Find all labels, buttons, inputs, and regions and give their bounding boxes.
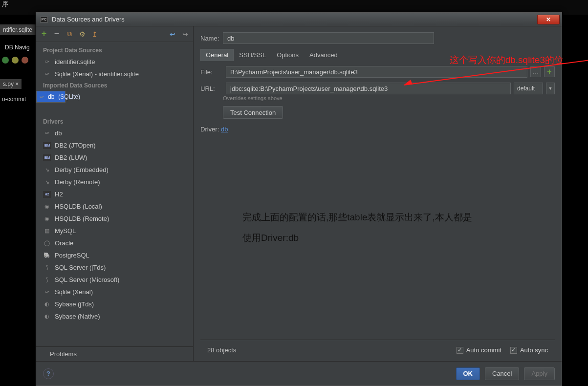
tree-label: db — [48, 93, 54, 100]
name-row: Name: — [200, 32, 555, 44]
settings-icon[interactable]: ⚙ — [78, 30, 86, 38]
bg-auto-commit: o-commit — [0, 94, 28, 105]
url-input[interactable] — [226, 83, 511, 94]
left-toolbar: + − ⧉ ⚙ ↥ ↩ ↪ — [36, 26, 193, 42]
driver-item-3[interactable]: ↘ Derby (Embedded) — [36, 164, 193, 176]
driver-label: Driver: — [200, 126, 219, 133]
button-bar: ? OK Cancel Apply — [36, 361, 562, 386]
file-row: File: … + — [200, 66, 555, 78]
bg-db-navigator: DB Navig — [0, 42, 35, 53]
tree-label: Sybase (jTds) — [55, 300, 94, 308]
auto-commit-checkbox[interactable]: ✓ Auto commit — [457, 346, 501, 354]
close-button[interactable]: ✕ — [537, 15, 560, 24]
section-project: Project Data Sources — [36, 45, 193, 56]
section-drivers: Drivers — [36, 116, 193, 127]
add-icon[interactable]: + — [40, 30, 48, 38]
overrides-note: Overrides settings above — [223, 95, 555, 101]
checkbox-icon: ✓ — [457, 347, 463, 354]
copy-icon[interactable]: ⧉ — [65, 30, 73, 38]
tree-label: Sybase (Native) — [55, 313, 100, 320]
checkbox-icon: ✓ — [510, 347, 517, 354]
url-row: URL: default ▼ — [200, 83, 555, 94]
driver-item-11[interactable]: ⟆ SQL Server (jTds) — [36, 261, 193, 274]
tab-options[interactable]: Options — [271, 49, 304, 61]
data-sources-dialog: PC Data Sources and Drivers ✕ + − ⧉ ⚙ ↥ … — [36, 12, 562, 386]
tab-sshssl[interactable]: SSH/SSL — [234, 49, 271, 61]
tree-label: H2 — [55, 191, 63, 198]
add-file-button[interactable]: + — [544, 66, 555, 77]
driver-item-1[interactable]: IBM DB2 (JTOpen) — [36, 139, 193, 151]
driver-item-4[interactable]: ↘ Derby (Remote) — [36, 176, 193, 188]
url-label: URL: — [200, 85, 223, 92]
import-icon[interactable]: ↥ — [91, 30, 99, 38]
name-input[interactable] — [223, 32, 434, 44]
project-item-0[interactable]: ✑ identifier.sqlite — [36, 56, 193, 68]
auto-sync-checkbox[interactable]: ✓ Auto sync — [510, 346, 548, 354]
driver-item-13[interactable]: ✑ Sqlite (Xerial) — [36, 286, 193, 298]
right-panel: Name: GeneralSSH/SSLOptionsAdvanced File… — [194, 26, 562, 361]
tree-label: HSQLDB (Remote) — [55, 215, 109, 222]
tab-general[interactable]: General — [200, 49, 234, 61]
titlebar[interactable]: PC Data Sources and Drivers ✕ — [36, 13, 562, 26]
collapse-left-icon[interactable]: ↩ — [169, 30, 176, 38]
object-count: 28 objects — [207, 346, 236, 354]
remove-icon[interactable]: − — [53, 30, 61, 38]
dialog-title: Data Sources and Drivers — [52, 16, 537, 23]
name-label: Name: — [200, 35, 223, 42]
driver-item-7[interactable]: ◉ HSQLDB (Remote) — [36, 213, 193, 225]
project-item-1[interactable]: ✑ Sqlite (Xerial) - identifier.sqlite — [36, 68, 193, 80]
tree-label: db — [55, 129, 62, 137]
annotation-text-2: 完成上面的配置的话,那些table表就显示出来了,本人都是使用Driver:db — [242, 207, 472, 248]
left-panel: + − ⧉ ⚙ ↥ ↩ ↪ Project Data Sources ✑ ide… — [36, 26, 194, 361]
ok-button[interactable]: OK — [456, 367, 480, 380]
tab-advanced[interactable]: Advanced — [304, 49, 343, 61]
driver-item-2[interactable]: IBM DB2 (LUW) — [36, 151, 193, 164]
tree-label: Sqlite (Xerial) — [55, 288, 93, 296]
bg-toolbar — [0, 55, 30, 65]
collapse-right-icon[interactable]: ↪ — [181, 30, 189, 38]
apply-button[interactable]: Apply — [524, 367, 555, 380]
tree-label: identifier.sqlite — [55, 58, 95, 65]
tree-label: Derby (Embedded) — [55, 166, 109, 173]
driver-item-0[interactable]: ✑ db — [36, 127, 193, 139]
data-source-tree: Project Data Sources ✑ identifier.sqlite… — [36, 42, 193, 346]
driver-item-12[interactable]: ⟆ SQL Server (Microsoft) — [36, 274, 193, 286]
driver-item-8[interactable]: ▧ MySQL — [36, 225, 193, 237]
tree-suffix: (SQLite) — [58, 93, 80, 100]
file-label: File: — [200, 68, 223, 76]
tree-label: MySQL — [55, 227, 76, 235]
cancel-button[interactable]: Cancel — [485, 367, 519, 380]
dropdown-arrow-icon[interactable]: ▼ — [546, 83, 555, 94]
annotation-text-1: 这个写入你的db.sqlite3的位 — [450, 54, 564, 66]
driver-item-6[interactable]: ◉ HSQLDB (Local) — [36, 200, 193, 213]
driver-item-9[interactable]: ◯ Oracle — [36, 237, 193, 249]
driver-item-5[interactable]: H2 H2 — [36, 188, 193, 200]
tree-label: SQL Server (Microsoft) — [55, 276, 119, 283]
tree-label: PostgreSQL — [55, 252, 89, 259]
tree-label: Derby (Remote) — [55, 178, 100, 186]
tree-label: Oracle — [55, 239, 73, 247]
bg-tab-sqlite: ntifier.sqlite — [0, 24, 36, 35]
footer-bar: 28 objects ✓ Auto commit ✓ Auto sync — [200, 340, 555, 357]
tree-label: DB2 (JTOpen) — [55, 142, 96, 149]
driver-row: Driver: db — [200, 126, 555, 133]
test-connection-button[interactable]: Test Connection — [223, 106, 283, 119]
help-button[interactable]: ? — [43, 368, 54, 379]
app-icon: PC — [40, 17, 48, 22]
driver-item-15[interactable]: ◐ Sybase (Native) — [36, 310, 193, 322]
driver-item-14[interactable]: ◐ Sybase (jTds) — [36, 298, 193, 310]
driver-item-10[interactable]: 🐘 PostgreSQL — [36, 249, 193, 261]
tree-label: HSQLDB (Local) — [55, 203, 102, 210]
file-input[interactable] — [226, 66, 527, 78]
tree-label: SQL Server (jTds) — [55, 264, 106, 271]
tree-label: Sqlite (Xerial) - identifier.sqlite — [55, 70, 139, 78]
driver-link[interactable]: db — [221, 126, 228, 133]
url-mode-select[interactable]: default — [514, 83, 543, 94]
browse-file-button[interactable]: … — [530, 66, 541, 77]
tree-label: DB2 (LUW) — [55, 154, 87, 161]
problems-link[interactable]: Problems — [36, 346, 193, 361]
section-imported: Imported Data Sources — [36, 80, 193, 91]
bg-editor-tab: s.py × — [0, 79, 22, 89]
imported-item-0[interactable]: ✑ db (SQLite) — [36, 91, 65, 103]
